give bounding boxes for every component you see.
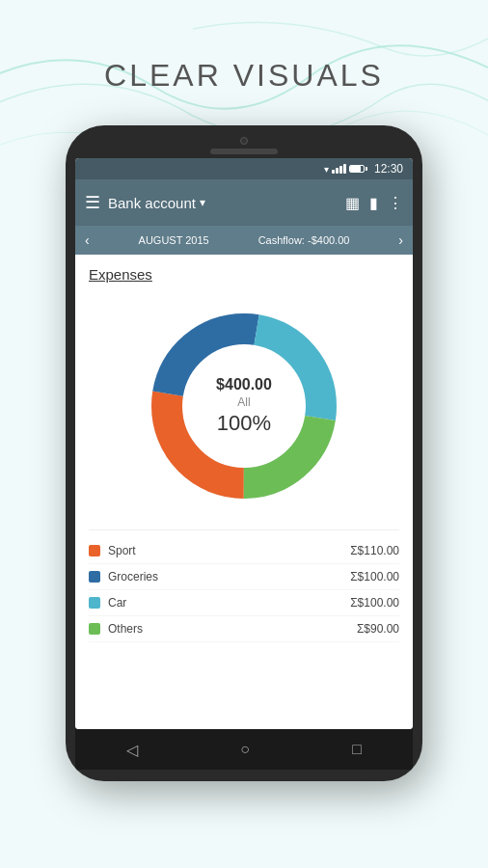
legend-category-name: Car: [108, 596, 126, 610]
legend-color-dot: [89, 571, 100, 583]
phone-nav-bar: ◁ ○ □: [75, 729, 413, 770]
legend-color-dot: [89, 545, 100, 556]
chart-center-label: All: [216, 395, 272, 409]
legend-item: Groceries Σ$100.00: [89, 564, 399, 590]
legend-left: Car: [89, 596, 126, 610]
legend-category-name: Groceries: [108, 570, 158, 583]
battery-icon: [349, 165, 365, 173]
legend: Sport Σ$110.00 Groceries Σ$100.00 Car Σ$…: [89, 529, 399, 642]
legend-left: Sport: [89, 544, 136, 557]
chart-percent: 100%: [216, 411, 272, 436]
toolbar-title: Bank account ▾: [108, 195, 338, 211]
next-month-button[interactable]: ›: [398, 232, 403, 248]
account-name-label: Bank account: [108, 195, 196, 211]
status-bar: ▾ 12:30: [75, 158, 413, 179]
phone-camera: [240, 137, 248, 145]
phone-shell: ▾ 12:30 ☰ Bank account ▾: [66, 125, 422, 781]
legend-category-name: Sport: [108, 544, 136, 557]
legend-amount: Σ$100.00: [350, 570, 399, 583]
legend-category-name: Others: [108, 622, 143, 636]
legend-color-dot: [89, 597, 100, 609]
legend-amount: Σ$90.00: [357, 622, 399, 636]
section-title: Expenses: [89, 266, 399, 283]
legend-color-dot: [89, 623, 100, 635]
toolbar: ☰ Bank account ▾ ▦ ▮ ⋮: [75, 179, 413, 226]
status-icons: ▾: [324, 164, 365, 175]
cashflow-label: Cashflow: -$400.00: [258, 234, 350, 246]
legend-left: Others: [89, 622, 143, 636]
donut-chart-area: $400.00 All 100%: [89, 300, 399, 512]
phone-screen: ▾ 12:30 ☰ Bank account ▾: [75, 158, 413, 729]
more-options-icon[interactable]: ⋮: [388, 194, 403, 212]
legend-item: Car Σ$100.00: [89, 590, 399, 616]
legend-item: Sport Σ$110.00: [89, 538, 399, 564]
donut-center-text: $400.00 All 100%: [216, 376, 272, 436]
home-button[interactable]: ○: [240, 741, 250, 758]
recents-button[interactable]: □: [352, 741, 362, 758]
month-bar: ‹ AUGUST 2015 Cashflow: -$400.00 ›: [75, 226, 413, 255]
status-time: 12:30: [374, 162, 403, 176]
page-title: CLEAR VISUALS: [0, 58, 488, 94]
menu-icon[interactable]: ☰: [85, 192, 100, 213]
legend-amount: Σ$110.00: [350, 544, 399, 557]
wifi-icon: ▾: [324, 164, 329, 175]
back-button[interactable]: ◁: [126, 741, 138, 759]
chart-total-amount: $400.00: [216, 376, 272, 393]
calendar-icon[interactable]: ▦: [345, 194, 360, 212]
legend-amount: Σ$100.00: [350, 596, 399, 610]
toolbar-icons: ▦ ▮ ⋮: [345, 194, 403, 212]
legend-left: Groceries: [89, 570, 158, 583]
legend-item: Others Σ$90.00: [89, 616, 399, 642]
prev-month-button[interactable]: ‹: [85, 232, 90, 248]
phone-speaker: [210, 149, 278, 154]
month-label: AUGUST 2015: [139, 234, 209, 246]
signal-icon: [332, 164, 346, 174]
bar-chart-icon[interactable]: ▮: [369, 194, 378, 212]
dropdown-icon[interactable]: ▾: [200, 196, 205, 209]
content-area: Expenses: [75, 255, 413, 729]
